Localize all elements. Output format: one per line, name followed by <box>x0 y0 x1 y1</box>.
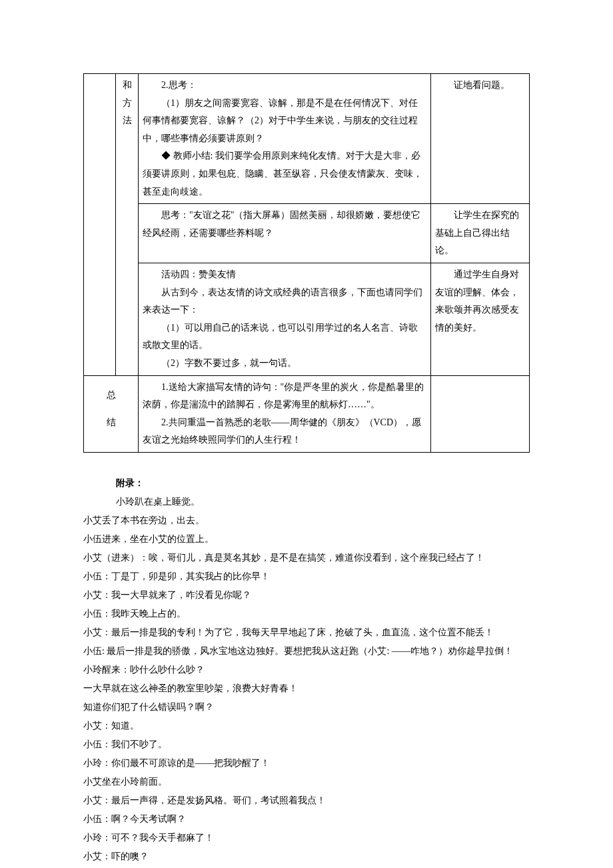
col-b-char: 法 <box>120 112 134 130</box>
appendix-line: 小艾（进来）：唉，哥们儿，真是莫名其妙，是不是在搞笑，难道你没看到，这个座我已经… <box>83 549 530 567</box>
appendix-line: 小玲：你们最不可原谅的是——把我吵醒了！ <box>83 754 530 773</box>
table-row: 思考："友谊之花"（指大屏幕）固然美丽，却很娇嫩，要想使它经风经雨，还需要哪些养… <box>84 204 530 263</box>
appendix-line: 小伍：啊？今天考试啊？ <box>83 810 530 829</box>
appendix-line: 小伍：我昨天晚上占的。 <box>83 605 530 623</box>
appendix-line: 小伍：我们不吵了。 <box>83 735 530 754</box>
summary-char: 总 <box>88 384 134 407</box>
col-a-summary: 总 结 <box>84 375 139 452</box>
summary-item: 2.共同重温一首熟悉的老歌——周华健的《朋友》（VCD），愿友谊之光始终映照同学… <box>143 414 426 449</box>
summary-cell: 1.送给大家描写友情的诗句："你是严冬里的炭火，你是酷暑里的浓荫，你是湍流中的踏… <box>139 375 431 452</box>
appendix-line: 小玲：可不？我今天手都麻了！ <box>83 829 530 847</box>
note-cell <box>431 375 530 452</box>
appendix-line: 小伍进来，坐在小艾的位置上。 <box>83 530 530 549</box>
appendix-line: 小艾：吓的噢？ <box>83 847 530 866</box>
appendix-line: 小艾：我一大早就来了，咋没看见你呢？ <box>83 586 530 605</box>
table-row: 活动四：赞美友情 从古到今，表达友情的诗文或经典的语言很多，下面也请同学们来表达… <box>84 263 530 375</box>
table-row: 总 结 1.送给大家描写友情的诗句："你是严冬里的炭火，你是酷暑里的浓荫，你是湍… <box>84 375 530 452</box>
activity-cell: 活动四：赞美友情 从古到今，表达友情的诗文或经典的语言很多，下面也请同学们来表达… <box>139 263 431 375</box>
appendix-line: 小伍：丁是丁，卯是卯，其实我占的比你早！ <box>83 567 530 586</box>
note-cell: 让学生在探究的基础上自己得出结论。 <box>431 204 530 263</box>
appendix-line: 一大早就在这么神圣的教室里吵架，浪费大好青春！ <box>83 679 530 698</box>
appendix-line: 小玲趴在桌上睡觉。 <box>83 493 530 511</box>
activity-item: （1）可以用自己的话来说，也可以引用学过的名人名言、诗歌或散文里的话。 <box>143 319 426 355</box>
activity-desc: 从古到今，表达友情的诗文或经典的语言很多，下面也请同学们来表达一下： <box>143 284 426 319</box>
table-row: 和 方 法 2.思考： （1）朋友之间需要宽容、谅解，那是不是在任何情况下、对任… <box>84 74 530 204</box>
activity-title: 活动四：赞美友情 <box>143 266 426 284</box>
col-b-char: 和 <box>120 77 134 95</box>
summary-char: 结 <box>88 411 134 434</box>
note-text: 让学生在探究的基础上自己得出结论。 <box>435 210 519 255</box>
think-question: （1）朋友之间需要宽容、谅解，那是不是在任何情况下、对任何事情都要宽容、谅解？（… <box>143 95 426 148</box>
note-cell: 证地看问题。 <box>431 74 530 204</box>
think-question: 思考："友谊之花"（指大屏幕）固然美丽，却很娇嫩，要想使它经风经雨，还需要哪些养… <box>143 207 426 242</box>
document-page: 和 方 法 2.思考： （1）朋友之间需要宽容、谅解，那是不是在任何情况下、对任… <box>0 0 613 868</box>
summary-item: 1.送给大家描写友情的诗句："你是严冬里的炭火，你是酷暑里的浓荫，你是湍流中的踏… <box>143 379 426 414</box>
appendix-line: 小玲醒来：吵什么吵什么吵？ <box>83 661 530 679</box>
appendix-section: 附录： 小玲趴在桌上睡觉。 小艾丢了本书在旁边，出去。 小伍进来，坐在小艾的位置… <box>83 474 530 868</box>
appendix-title: 附录： <box>83 474 530 493</box>
col-b-char: 方 <box>120 95 134 113</box>
appendix-line: 小艾：知道。 <box>83 717 530 735</box>
activity-item: （2）字数不要过多，就一句话。 <box>143 355 426 373</box>
col-b-heading: 和 方 法 <box>116 74 139 376</box>
appendix-line: 小艾：最后一排是我的专利！为了它，我每天早早地起了床，抢破了头，血直流，这个位置… <box>83 623 530 642</box>
note-cell: 通过学生自身对友谊的理解、体会，来歌颂并再次感受友情的美好。 <box>431 263 530 375</box>
teacher-summary: ◆ 教师小结: 我们要学会用原则来纯化友情。对于大是大非，必须要讲原则，如果包庇… <box>143 147 426 201</box>
think-heading: 2.思考： <box>143 77 426 95</box>
note-text: 通过学生自身对友谊的理解、体会，来歌颂并再次感受友情的美好。 <box>435 269 519 333</box>
appendix-line: 小艾：最后一声得，还是发扬风格。哥们，考试照着我点！ <box>83 791 530 810</box>
activity-cell: 思考："友谊之花"（指大屏幕）固然美丽，却很娇嫩，要想使它经风经雨，还需要哪些养… <box>139 204 431 263</box>
note-text: 证地看问题。 <box>454 80 510 90</box>
col-a-blank <box>84 74 116 376</box>
appendix-line: 小艾坐在小玲前面。 <box>83 773 530 791</box>
appendix-line: 小艾丢了本书在旁边，出去。 <box>83 511 530 530</box>
activity-cell: 2.思考： （1）朋友之间需要宽容、谅解，那是不是在任何情况下、对任何事情都要宽… <box>139 74 431 204</box>
appendix-line: 小伍: 最后一排是我的骄傲，风水宝地这边独好。要想把我从这赶跑（小艾: ——咋地… <box>83 642 530 661</box>
appendix-line: 知道你们犯了什么错误吗？啊？ <box>83 698 530 717</box>
lesson-table: 和 方 法 2.思考： （1）朋友之间需要宽容、谅解，那是不是在任何情况下、对任… <box>83 73 530 453</box>
